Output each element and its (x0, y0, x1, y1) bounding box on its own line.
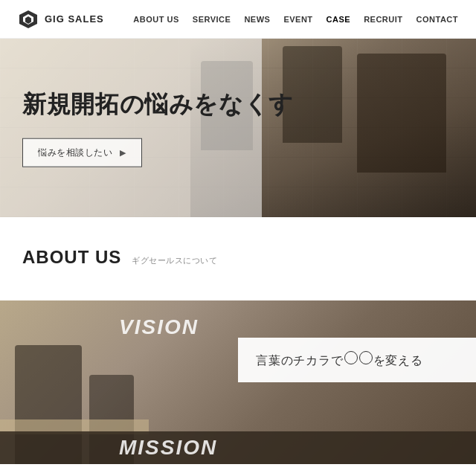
about-title: ABOUT US (22, 247, 121, 268)
vision-label: VISION (119, 315, 199, 339)
nav-about-us[interactable]: ABOUT US (133, 15, 178, 24)
circle-char-1 (344, 351, 358, 364)
hero-title: 新規開拓の悩みをなくす (22, 89, 294, 120)
logo[interactable]: GIG SALES (18, 9, 104, 30)
about-section: ABOUT US ギグセールスについて (0, 217, 476, 300)
hero-cta-button[interactable]: 悩みを相談したい ▶ (22, 138, 142, 167)
hero-chair-1 (357, 54, 446, 173)
nav-contact[interactable]: CONTACT (416, 15, 458, 24)
logo-text: GIG SALES (45, 13, 104, 25)
vm-image-area: VISION 言葉のチカラでを変える MISSION (0, 300, 476, 464)
mission-band: MISSION (0, 431, 476, 464)
vision-text-box: 言葉のチカラでを変える (238, 338, 476, 382)
nav-event[interactable]: EVENT (283, 15, 312, 24)
header: GIG SALES ABOUT US SERVICE NEWS EVENT CA… (0, 0, 476, 39)
mission-text-box: 新規開拓の悩みをなくす (0, 464, 476, 476)
about-header: ABOUT US ギグセールスについて (22, 247, 454, 268)
vision-text: 言葉のチカラでを変える (256, 354, 423, 367)
mission-band-label: MISSION (119, 436, 217, 460)
about-subtitle: ギグセールスについて (132, 255, 217, 266)
nav-case[interactable]: CASE (327, 15, 351, 24)
hero-cta-arrow: ▶ (120, 147, 126, 157)
nav-recruit[interactable]: RECRUIT (364, 15, 402, 24)
hero-content: 新規開拓の悩みをなくす 悩みを相談したい ▶ (22, 89, 294, 167)
nav-news[interactable]: NEWS (244, 15, 270, 24)
vision-mission-section: VISION 言葉のチカラでを変える MISSION 新規開拓の悩みをなくす (0, 300, 476, 476)
logo-icon (18, 9, 39, 30)
nav-service[interactable]: SERVICE (193, 15, 231, 24)
hero-cta-label: 悩みを相談したい (38, 146, 112, 158)
hero-section: 新規開拓の悩みをなくす 悩みを相談したい ▶ (0, 39, 476, 217)
navigation: ABOUT US SERVICE NEWS EVENT CASE RECRUIT… (133, 15, 458, 24)
circle-char-2 (359, 351, 373, 364)
